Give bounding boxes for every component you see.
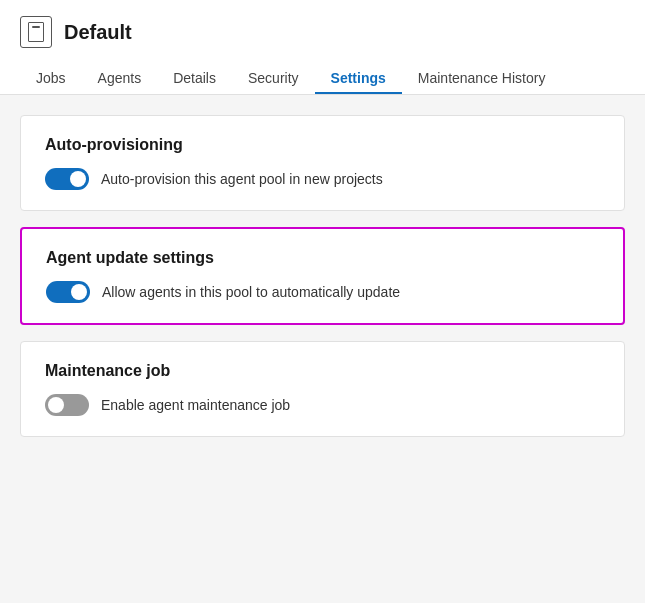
maintenance-job-toggle-label: Enable agent maintenance job — [101, 397, 290, 413]
nav-tabs-container: Jobs Agents Details Security Settings Ma… — [20, 62, 625, 94]
maintenance-job-toggle-row: Enable agent maintenance job — [45, 394, 600, 416]
auto-provisioning-card: Auto-provisioning Auto-provision this ag… — [20, 115, 625, 211]
agent-update-toggle-row: Allow agents in this pool to automatical… — [46, 281, 599, 303]
agent-update-toggle-track — [46, 281, 90, 303]
tab-security[interactable]: Security — [232, 62, 315, 94]
tab-maintenance-history[interactable]: Maintenance History — [402, 62, 562, 94]
title-row: Default — [20, 16, 625, 48]
auto-provisioning-toggle[interactable] — [45, 168, 89, 190]
tab-jobs[interactable]: Jobs — [20, 62, 82, 94]
maintenance-job-toggle-track — [45, 394, 89, 416]
auto-provisioning-toggle-label: Auto-provision this agent pool in new pr… — [101, 171, 383, 187]
auto-provisioning-toggle-thumb — [70, 171, 86, 187]
auto-provisioning-toggle-row: Auto-provision this agent pool in new pr… — [45, 168, 600, 190]
pool-icon-inner — [28, 22, 44, 42]
pool-icon — [20, 16, 52, 48]
agent-update-toggle-label: Allow agents in this pool to automatical… — [102, 284, 400, 300]
tab-details[interactable]: Details — [157, 62, 232, 94]
agent-update-toggle-thumb — [71, 284, 87, 300]
maintenance-job-toggle[interactable] — [45, 394, 89, 416]
agent-update-toggle[interactable] — [46, 281, 90, 303]
maintenance-job-toggle-thumb — [48, 397, 64, 413]
tab-agents[interactable]: Agents — [82, 62, 158, 94]
tab-settings[interactable]: Settings — [315, 62, 402, 94]
page-header: Default Jobs Agents Details Security Set… — [0, 0, 645, 95]
main-content: Auto-provisioning Auto-provision this ag… — [0, 95, 645, 457]
maintenance-job-title: Maintenance job — [45, 362, 600, 380]
nav-tabs: Jobs Agents Details Security Settings Ma… — [20, 62, 625, 94]
agent-update-title: Agent update settings — [46, 249, 599, 267]
maintenance-job-card: Maintenance job Enable agent maintenance… — [20, 341, 625, 437]
agent-update-card: Agent update settings Allow agents in th… — [20, 227, 625, 325]
auto-provisioning-title: Auto-provisioning — [45, 136, 600, 154]
auto-provisioning-toggle-track — [45, 168, 89, 190]
page-title: Default — [64, 21, 132, 44]
